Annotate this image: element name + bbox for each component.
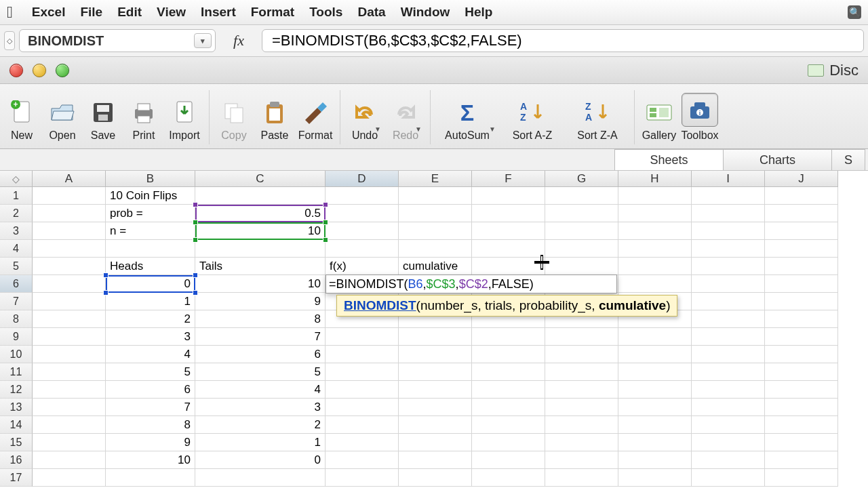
row-header-6[interactable]: 6 [0, 275, 33, 293]
col-header-g[interactable]: G [545, 171, 618, 187]
cell-f12[interactable] [472, 381, 545, 399]
row-header-8[interactable]: 8 [0, 310, 33, 328]
fx-label[interactable]: fx [220, 32, 258, 49]
col-header-h[interactable]: H [618, 171, 692, 187]
zoom-window-icon[interactable] [56, 64, 69, 77]
cell-i14[interactable] [692, 416, 765, 434]
cell-j13[interactable] [765, 399, 838, 416]
cell-b7[interactable]: 1 [106, 293, 195, 310]
name-box-dropdown-icon[interactable]: ▾ [194, 33, 212, 48]
cell-f3[interactable] [472, 222, 545, 240]
col-header-a[interactable]: A [33, 171, 106, 187]
cell-g9[interactable] [545, 328, 618, 346]
autosum-button[interactable]: Σ AutoSum ▼ [435, 96, 500, 144]
cell-j5[interactable] [765, 258, 838, 275]
menu-format[interactable]: Format [251, 5, 294, 20]
cell-g3[interactable] [545, 222, 618, 240]
cell-g15[interactable] [545, 434, 618, 451]
cell-i5[interactable] [692, 258, 765, 275]
menu-insert[interactable]: Insert [201, 5, 236, 20]
cell-b4[interactable] [106, 240, 195, 258]
cell-a16[interactable] [33, 451, 106, 469]
col-header-e[interactable]: E [399, 171, 472, 187]
cell-g16[interactable] [545, 451, 618, 469]
spreadsheet[interactable]: ◇ ABCDEFGHIJ 1234567891011121314151617 1… [0, 171, 868, 488]
cell-c1[interactable] [195, 187, 326, 205]
cell-g17[interactable] [545, 469, 618, 487]
cell-h9[interactable] [618, 328, 692, 346]
toggle-formula-bar-icon[interactable]: ◇ [4, 31, 15, 50]
cell-a9[interactable] [33, 328, 106, 346]
tab-charts[interactable]: Charts [723, 149, 831, 170]
cell-j3[interactable] [765, 222, 838, 240]
cell-a12[interactable] [33, 381, 106, 399]
cell-g1[interactable] [545, 187, 618, 205]
cell-i15[interactable] [692, 434, 765, 451]
cell-a1[interactable] [33, 187, 106, 205]
cell-b5[interactable]: Heads [106, 258, 195, 275]
cells-area[interactable]: 10 Coin Flipsprob =0.5n =10HeadsTailsf(x… [33, 187, 838, 487]
cell-j16[interactable] [765, 451, 838, 469]
cell-a8[interactable] [33, 310, 106, 328]
cell-a15[interactable] [33, 434, 106, 451]
cell-c16[interactable]: 0 [195, 451, 326, 469]
cell-b13[interactable]: 7 [106, 399, 195, 416]
cell-j2[interactable] [765, 205, 838, 222]
sort-az-button[interactable]: AZ Sort A-Z [500, 96, 565, 144]
ref-handle[interactable] [193, 272, 198, 278]
cell-i9[interactable] [692, 328, 765, 346]
cell-e1[interactable] [399, 187, 472, 205]
cell-h1[interactable] [618, 187, 692, 205]
cell-b2[interactable]: prob = [106, 205, 195, 222]
cell-i7[interactable] [692, 293, 765, 310]
undo-button[interactable]: Undo ▼ [344, 96, 385, 144]
cell-d14[interactable] [326, 416, 399, 434]
cell-editor[interactable]: =BINOMDIST(B6,$C$3,$C$2,FALSE) [326, 274, 617, 293]
cell-i2[interactable] [692, 205, 765, 222]
cell-f2[interactable] [472, 205, 545, 222]
menu-help[interactable]: Help [465, 5, 492, 20]
col-header-b[interactable]: B [106, 171, 195, 187]
cell-i11[interactable] [692, 363, 765, 381]
cell-a11[interactable] [33, 363, 106, 381]
cell-g2[interactable] [545, 205, 618, 222]
ref-handle[interactable] [193, 220, 198, 225]
cell-h13[interactable] [618, 399, 692, 416]
cell-d11[interactable] [326, 363, 399, 381]
cell-a3[interactable] [33, 222, 106, 240]
cell-e3[interactable] [399, 222, 472, 240]
open-button[interactable]: Open [42, 96, 83, 144]
new-button[interactable]: + New [1, 96, 42, 144]
col-header-i[interactable]: I [692, 171, 765, 187]
ref-handle[interactable] [323, 202, 328, 207]
gallery-button[interactable]: Gallery [639, 96, 679, 144]
cell-g14[interactable] [545, 416, 618, 434]
cell-c13[interactable]: 3 [195, 399, 326, 416]
cell-c9[interactable]: 7 [195, 328, 326, 346]
cell-c4[interactable] [195, 240, 326, 258]
tab-sheets[interactable]: Sheets [614, 149, 723, 170]
cell-i3[interactable] [692, 222, 765, 240]
cell-j4[interactable] [765, 240, 838, 258]
cell-d3[interactable] [326, 222, 399, 240]
cell-g5[interactable] [545, 258, 618, 275]
cell-d5[interactable]: f(x) [326, 258, 399, 275]
cell-h16[interactable] [618, 451, 692, 469]
cell-f17[interactable] [472, 469, 545, 487]
col-header-j[interactable]: J [765, 171, 838, 187]
cell-j14[interactable] [765, 416, 838, 434]
cell-j7[interactable] [765, 293, 838, 310]
cell-g11[interactable] [545, 363, 618, 381]
print-button[interactable]: Print [123, 96, 164, 144]
cell-j11[interactable] [765, 363, 838, 381]
cell-a4[interactable] [33, 240, 106, 258]
cell-d1[interactable] [326, 187, 399, 205]
cell-c15[interactable]: 1 [195, 434, 326, 451]
cell-f4[interactable] [472, 240, 545, 258]
row-header-2[interactable]: 2 [0, 205, 33, 222]
close-window-icon[interactable] [9, 64, 23, 77]
minimize-window-icon[interactable] [33, 64, 46, 77]
cell-h2[interactable] [618, 205, 692, 222]
row-header-17[interactable]: 17 [0, 469, 33, 487]
row-header-15[interactable]: 15 [0, 434, 33, 451]
